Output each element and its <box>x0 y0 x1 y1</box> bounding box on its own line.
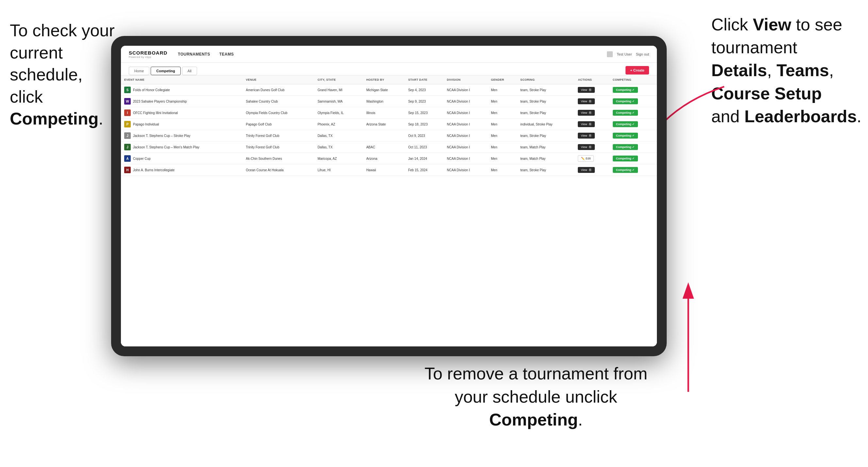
col-scoring: SCORING <box>517 75 575 84</box>
event-name-text: Jackson T. Stephens Cup – Stroke Play <box>133 134 190 137</box>
action-cell: View ℹ <box>575 130 609 142</box>
scoring-cell: team, Stroke Play <box>517 164 575 176</box>
competing-button[interactable]: Competing ✓ <box>613 156 638 161</box>
venue-cell: Papago Golf Club <box>243 119 314 130</box>
competing-button[interactable]: Competing ✓ <box>613 121 638 127</box>
view-button[interactable]: View ℹ <box>578 144 594 150</box>
view-button[interactable]: View ℹ <box>578 98 594 104</box>
table-row: J Jackson T. Stephens Cup – Men's Match … <box>121 142 657 153</box>
competing-button[interactable]: Competing ✓ <box>613 98 638 104</box>
venue-cell: Ak-Chin Southern Dunes <box>243 153 314 164</box>
view-button[interactable]: View ℹ <box>578 167 594 173</box>
event-name-text: OFCC Fighting Illini Invitational <box>133 111 178 115</box>
hosted-by-cell: ABAC <box>363 142 405 153</box>
action-cell: View ℹ <box>575 107 609 119</box>
scoring-cell: individual, Stroke Play <box>517 119 575 130</box>
competing-cell: Competing ✓ <box>610 153 657 164</box>
create-button[interactable]: + Create <box>625 66 649 74</box>
competing-cell: Competing ✓ <box>610 84 657 96</box>
tab-home[interactable]: Home <box>129 67 149 75</box>
division-cell: NCAA Division I <box>443 142 488 153</box>
team-logo: A <box>124 155 131 162</box>
navbar: SCOREBOARD Powered by clipp TOURNAMENTS … <box>121 46 657 63</box>
competing-button[interactable]: Competing ✓ <box>613 87 638 93</box>
division-cell: NCAA Division I <box>443 119 488 130</box>
view-button[interactable]: View ℹ <box>578 87 594 93</box>
division-cell: NCAA Division I <box>443 107 488 119</box>
view-button[interactable]: View ℹ <box>578 133 594 138</box>
competing-button[interactable]: Competing ✓ <box>613 144 638 150</box>
start-date-cell: Jan 14, 2024 <box>405 153 443 164</box>
start-date-cell: Oct 11, 2023 <box>405 142 443 153</box>
tab-bar: Home Competing All + Create <box>121 63 657 75</box>
col-division: DIVISION <box>443 75 488 84</box>
edit-button[interactable]: ✏️ Edit <box>578 155 594 162</box>
info-icon: ℹ <box>589 168 592 172</box>
hosted-by-cell <box>363 130 405 142</box>
view-button[interactable]: View ℹ <box>578 121 594 127</box>
tablet-frame: SCOREBOARD Powered by clipp TOURNAMENTS … <box>111 36 667 356</box>
col-event-name: EVENT NAME <box>121 75 243 84</box>
table-row: A Copper Cup Ak-Chin Southern DunesMaric… <box>121 153 657 164</box>
city-state-cell: Phoenix, AZ <box>314 119 363 130</box>
competing-button[interactable]: Competing ✓ <box>613 133 638 138</box>
annotation-top-right: Click View to seetournamentDetails, Team… <box>711 13 862 128</box>
navbar-brand: SCOREBOARD Powered by clipp <box>129 50 167 59</box>
col-city-state: CITY, STATE <box>314 75 363 84</box>
col-gender: GENDER <box>488 75 517 84</box>
competing-cell: Competing ✓ <box>610 96 657 107</box>
info-icon: ℹ <box>589 111 592 114</box>
team-logo: P <box>124 121 131 127</box>
division-cell: NCAA Division I <box>443 153 488 164</box>
view-button[interactable]: View ℹ <box>578 110 594 116</box>
venue-cell: Trinity Forest Golf Club <box>243 130 314 142</box>
navbar-links: TOURNAMENTS TEAMS <box>178 52 607 57</box>
city-state-cell: Dallas, TX <box>314 142 363 153</box>
event-name-text: Jackson T. Stephens Cup – Men's Match Pl… <box>133 146 199 149</box>
info-icon: ℹ <box>589 88 592 92</box>
hosted-by-cell: Michigan State <box>363 84 405 96</box>
event-name-text: Papago Individual <box>133 123 159 126</box>
competing-cell: Competing ✓ <box>610 119 657 130</box>
event-name-cell: H John A. Burns Intercollegiate <box>121 164 243 176</box>
event-name-cell: S Folds of Honor Collegiate <box>121 84 243 96</box>
hosted-by-cell: Arizona State <box>363 119 405 130</box>
nav-teams[interactable]: TEAMS <box>219 52 234 57</box>
action-cell: View ℹ <box>575 119 609 130</box>
nav-tournaments[interactable]: TOURNAMENTS <box>178 52 210 57</box>
action-cell: ✏️ Edit <box>575 153 609 164</box>
venue-cell: Sahalee Country Club <box>243 96 314 107</box>
division-cell: NCAA Division I <box>443 84 488 96</box>
brand-name: SCOREBOARD <box>129 50 167 56</box>
competing-button[interactable]: Competing ✓ <box>613 110 638 116</box>
tournaments-table-container: EVENT NAME VENUE CITY, STATE HOSTED BY S… <box>121 75 657 346</box>
table-row: W 2023 Sahalee Players Championship Saha… <box>121 96 657 107</box>
event-name-cell: J Jackson T. Stephens Cup – Men's Match … <box>121 142 243 153</box>
gender-cell: Men <box>488 84 517 96</box>
start-date-cell: Feb 15, 2024 <box>405 164 443 176</box>
city-state-cell: Olympia Fields, IL <box>314 107 363 119</box>
brand-sub: Powered by clipp <box>129 56 167 59</box>
event-name-text: John A. Burns Intercollegiate <box>133 168 175 172</box>
signout-link[interactable]: Sign out <box>636 52 649 56</box>
team-logo: J <box>124 144 131 150</box>
hosted-by-cell: Hawaii <box>363 164 405 176</box>
col-actions: ACTIONS <box>575 75 609 84</box>
event-name-text: Folds of Honor Collegiate <box>133 88 170 92</box>
tab-competing[interactable]: Competing <box>151 67 180 75</box>
start-date-cell: Sep 15, 2023 <box>405 107 443 119</box>
annotation-bottom: To remove a tournament fromyour schedule… <box>408 362 663 431</box>
user-label: Test User <box>617 52 632 56</box>
scoring-cell: team, Match Play <box>517 142 575 153</box>
col-hosted-by: HOSTED BY <box>363 75 405 84</box>
navbar-right: Test User Sign out <box>607 51 649 57</box>
event-name-cell: W 2023 Sahalee Players Championship <box>121 96 243 107</box>
competing-cell: Competing ✓ <box>610 142 657 153</box>
hosted-by-cell: Washington <box>363 96 405 107</box>
event-name-text: 2023 Sahalee Players Championship <box>133 100 187 103</box>
competing-button[interactable]: Competing ✓ <box>613 167 638 173</box>
team-logo: W <box>124 98 131 104</box>
city-state-cell: Grand Haven, MI <box>314 84 363 96</box>
gender-cell: Men <box>488 142 517 153</box>
tab-all[interactable]: All <box>182 67 197 75</box>
